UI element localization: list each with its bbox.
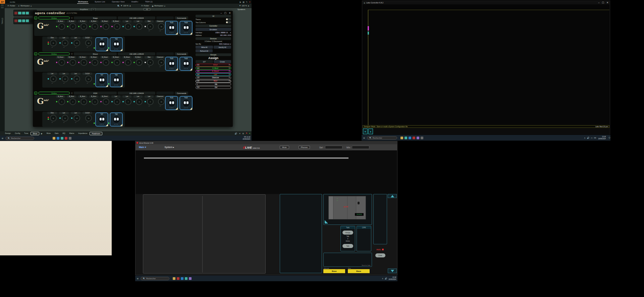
channel-13[interactable]: Lan13u/i bbox=[70, 72, 82, 84]
channel-7[interactable]: Lan7 bbox=[121, 20, 132, 30]
speaker-tile-tri8[interactable]: Tri8• • • bbox=[110, 112, 123, 127]
channel-1[interactable]: B_Moni1 bbox=[55, 20, 66, 30]
channel-2[interactable]: B_Moni2 bbox=[66, 95, 77, 105]
remove-group-button[interactable]: X bbox=[229, 70, 230, 72]
close-icon[interactable]: ✕ bbox=[229, 12, 231, 14]
mute-button[interactable]: Mute bbox=[280, 146, 289, 149]
app-icon[interactable] bbox=[421, 137, 423, 139]
channel-9[interactable]: Wan9u/i bbox=[144, 20, 155, 32]
search-input[interactable]: 🔍 Rechercher bbox=[367, 136, 397, 140]
app-icon[interactable] bbox=[417, 137, 419, 139]
speaker-tile-tri15[interactable]: Tri15• • • bbox=[165, 96, 178, 110]
speaker-knob[interactable]: 9 bbox=[147, 59, 154, 66]
speaker-knob[interactable]: 13 bbox=[73, 76, 80, 82]
channel-12[interactable]: Lan12u/i bbox=[58, 37, 70, 48]
view-tab-gain[interactable]: Gain bbox=[53, 132, 60, 135]
speaker-knob[interactable]: 11 bbox=[50, 115, 57, 121]
favorite-icon[interactable]: ☆ bbox=[71, 53, 73, 55]
commands-button[interactable]: Commands bbox=[175, 52, 188, 55]
explorer-icon[interactable] bbox=[173, 277, 175, 280]
speaker-knob[interactable]: 4 bbox=[92, 98, 98, 105]
speaker-knob[interactable]: 12 bbox=[62, 76, 68, 82]
channel-10[interactable]: Clearcom10u/i bbox=[155, 20, 166, 32]
maximize-icon[interactable]: ▢ bbox=[224, 12, 227, 14]
close-icon[interactable]: ✕ bbox=[606, 1, 608, 4]
speaker-icon[interactable]: 🔊 bbox=[234, 132, 237, 135]
flag-icon[interactable]: ⚑ bbox=[246, 132, 248, 135]
speaker-knob[interactable]: 5 bbox=[103, 23, 109, 30]
play-icon[interactable]: ▶ bbox=[240, 1, 241, 3]
workflow-tab-design[interactable]: Design bbox=[3, 132, 12, 135]
speaker-knob[interactable]: 14 bbox=[85, 76, 92, 82]
speaker-tile-tri8[interactable]: Tri8• • • bbox=[110, 73, 123, 87]
group-row-106[interactable]: 106Wan!X bbox=[196, 80, 231, 83]
speaker-knob[interactable]: 6 bbox=[114, 23, 120, 30]
notifications-icon[interactable]: 🗨 bbox=[608, 137, 610, 139]
channel-11[interactable]: Ofce11u/i bbox=[46, 112, 58, 123]
mix-field[interactable] bbox=[352, 146, 369, 149]
commands-button[interactable]: Commands bbox=[175, 16, 188, 19]
lake-titlebar[interactable]: ≋ Lake Controller 6.8.2 – ▢ ✕ bbox=[362, 1, 610, 4]
tab-system[interactable]: System ▸ bbox=[164, 146, 174, 149]
speaker-knob[interactable]: 8 bbox=[136, 98, 143, 105]
channel-6[interactable]: B_Direct6 bbox=[110, 20, 121, 30]
channel-2[interactable]: B_Direct2 bbox=[66, 56, 77, 66]
channel-8[interactable]: Lan8 bbox=[132, 95, 144, 105]
channel-1[interactable]: B_Direct1 bbox=[55, 56, 66, 66]
group-row-103[interactable]: 103D_Direct!X bbox=[196, 70, 231, 73]
channel-8[interactable]: Lan8 bbox=[132, 20, 144, 30]
speaker-knob[interactable]: 7 bbox=[125, 59, 131, 66]
group-row-1[interactable]: 1Oflt bbox=[196, 83, 231, 86]
identify-all-button[interactable]: Identify All bbox=[214, 46, 231, 49]
speaker-knob[interactable]: 9 bbox=[147, 98, 154, 105]
play-workflow-icon[interactable]: ▶ bbox=[41, 132, 43, 135]
speaker-knob[interactable]: 1 bbox=[58, 98, 65, 105]
folder-button-right[interactable]: 🗀 Folder bbox=[141, 5, 149, 7]
group-number-field[interactable]: 107 bbox=[196, 60, 213, 63]
speaker-tile-tri16[interactable]: Tri16• • • bbox=[179, 57, 193, 71]
start-button[interactable]: ⊞ bbox=[363, 137, 365, 139]
channel-13[interactable]: Lan13u/i bbox=[70, 112, 82, 123]
channel-14[interactable]: Ctr11414u/i bbox=[82, 72, 93, 84]
channel-9[interactable]: Lan9u/i bbox=[144, 95, 155, 107]
speaker-knob[interactable]: 9 bbox=[147, 23, 154, 30]
talk-button[interactable]: Talk bbox=[342, 244, 353, 248]
speaker-knob[interactable]: 2 bbox=[69, 23, 76, 30]
up-arrow-icon[interactable]: ▲ bbox=[368, 129, 373, 134]
speaker-knob[interactable]: 2 bbox=[69, 98, 76, 105]
down-arrow-button[interactable] bbox=[388, 268, 397, 273]
speaker-knob[interactable]: 2 bbox=[69, 59, 76, 66]
speaker-knob[interactable]: 3 bbox=[80, 98, 87, 105]
create-group-button[interactable]: Create bbox=[214, 60, 231, 63]
app-icon[interactable] bbox=[405, 137, 407, 139]
channel-14[interactable]: Ctr11414u/i bbox=[82, 37, 93, 48]
speaker-knob[interactable]: 11 bbox=[50, 76, 57, 82]
speaker-knob[interactable]: 8 bbox=[136, 23, 143, 30]
speaker-knob[interactable]: 3 bbox=[80, 23, 87, 30]
speaker-knob[interactable]: 10 bbox=[158, 98, 165, 105]
app-icon[interactable] bbox=[189, 277, 192, 280]
sidebar-tab-t904[interactable]: T904 (1) bbox=[1, 18, 3, 24]
search-input[interactable]: 🔍 Rechercher bbox=[141, 277, 169, 280]
workflow-tab-show[interactable]: Show bbox=[31, 132, 39, 135]
workspace-select-right[interactable]: ◉ Workspace∨ bbox=[152, 5, 165, 7]
folder-button-left[interactable]: 🗀 Folder bbox=[7, 5, 15, 7]
view-tab-mains[interactable]: Mains bbox=[68, 132, 76, 135]
group-row-254[interactable]: 254Ctrl bbox=[196, 86, 231, 89]
speaker-knob[interactable]: 1 bbox=[58, 59, 65, 66]
channel-7[interactable]: B_Direct7 bbox=[121, 56, 132, 66]
taskbar-tray[interactable]: FR 13:18 20/06/2024 bbox=[243, 136, 250, 140]
app-icon[interactable] bbox=[177, 277, 179, 280]
two-columns-toggle[interactable] bbox=[226, 21, 231, 23]
channel-12[interactable]: Lan12u/i bbox=[58, 112, 70, 123]
tab-main[interactable]: Main ▾ bbox=[139, 146, 146, 149]
host-tab-system-list[interactable]: System List bbox=[94, 0, 106, 4]
phones-button[interactable]: Phones bbox=[299, 146, 310, 149]
channel-2[interactable]: B_Moni2 bbox=[66, 20, 77, 30]
speaker-knob[interactable]: 1 bbox=[58, 23, 65, 30]
zoom-controls-right[interactable]: ▼100 %▲ bbox=[239, 5, 250, 7]
speaker-knob[interactable]: 3 bbox=[80, 59, 87, 66]
channel-4[interactable]: B_Direct4 bbox=[88, 56, 99, 66]
sidebar-thumb[interactable] bbox=[1, 7, 4, 8]
minimize-icon[interactable]: – bbox=[598, 1, 600, 4]
